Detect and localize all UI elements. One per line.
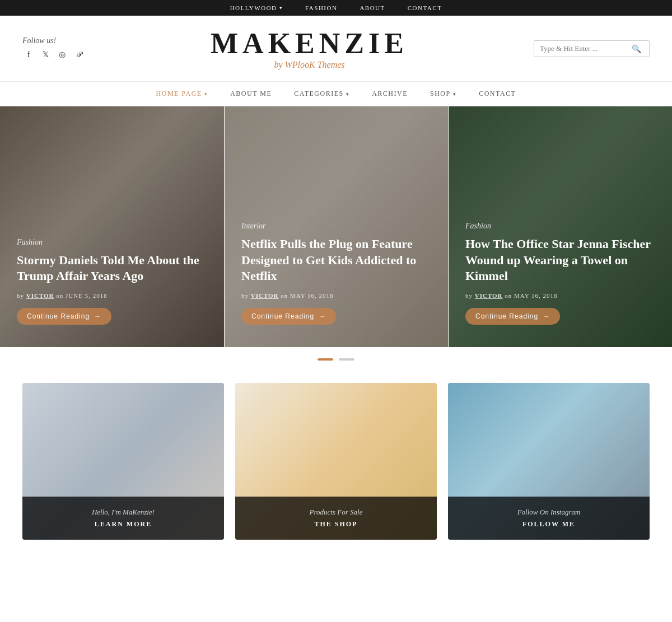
slide-2: Interior Netflix Pulls the Plug on Featu…: [224, 106, 448, 347]
slide-1-cta[interactable]: Continue Reading →: [17, 308, 111, 325]
follow-label: Follow us!: [22, 36, 85, 45]
card-1-link[interactable]: LEARN MORE: [34, 520, 213, 529]
dot-2[interactable]: [339, 358, 354, 361]
chevron-down-icon: ▾: [346, 91, 350, 97]
topbar-item-contact[interactable]: CONTACT: [408, 4, 442, 11]
slide-1-date: JUNE 5, 2018: [66, 292, 108, 299]
slide-2-category: Interior: [241, 222, 431, 231]
card-2-overlay: Products For Sale THE SHOP: [235, 497, 437, 540]
slide-2-author[interactable]: VICTOR: [251, 292, 279, 299]
slide-1-content: Fashion Stormy Daniels Told Me About the…: [17, 238, 207, 325]
card-3[interactable]: Follow On Instagram FOLLOW ME: [448, 383, 650, 540]
nav-item-aboutme[interactable]: ABOUT ME: [230, 90, 272, 98]
slide-3-category: Fashion: [465, 222, 655, 231]
social-icons: f 𝕏 ◎ 𝒫: [22, 49, 85, 61]
brand: MAKENZIE by WPlooK Themes: [85, 27, 534, 70]
slide-2-title: Netflix Pulls the Plug on Feature Design…: [241, 236, 431, 284]
slide-2-meta: by VICTOR on MAY 16, 2018: [241, 292, 431, 299]
hero-slider: Fashion Stormy Daniels Told Me About the…: [0, 106, 672, 372]
nav-item-contact[interactable]: CONTACT: [479, 90, 516, 98]
search-area: 🔍: [534, 40, 650, 57]
slide-3-date: MAY 16, 2018: [514, 292, 558, 299]
chevron-down-icon: ▾: [204, 91, 208, 97]
card-1-subtitle: Hello, I'm MaKenzie!: [34, 508, 213, 517]
nav-item-homepage[interactable]: HOME PAGE ▾: [156, 90, 208, 98]
slide-3-meta: by VICTOR on MAY 16, 2018: [465, 292, 655, 299]
slide-3-title: How The Office Star Jenna Fischer Wound …: [465, 236, 655, 284]
slide-1-meta: by VICTOR on JUNE 5, 2018: [17, 292, 207, 299]
search-input[interactable]: [540, 44, 629, 53]
slide-3-content: Fashion How The Office Star Jenna Fische…: [465, 222, 655, 325]
card-3-link[interactable]: FOLLOW ME: [459, 520, 638, 529]
slide-2-cta[interactable]: Continue Reading →: [241, 308, 336, 325]
brand-tagline: by WPlooK Themes: [85, 60, 534, 70]
slide-1-title: Stormy Daniels Told Me About the Trump A…: [17, 252, 207, 284]
slide-3: Fashion How The Office Star Jenna Fische…: [448, 106, 672, 347]
follow-section: Follow us! f 𝕏 ◎ 𝒫: [22, 36, 85, 61]
slide-2-date: MAY 16, 2018: [290, 292, 334, 299]
arrow-icon: →: [543, 312, 550, 320]
topbar-item-about[interactable]: ABOUT: [360, 4, 385, 11]
slider-dots: [0, 347, 672, 372]
card-2-link[interactable]: THE SHOP: [246, 520, 426, 529]
chevron-down-icon: ▾: [453, 91, 457, 97]
nav-item-categories[interactable]: CATEGORIES ▾: [294, 90, 349, 98]
arrow-icon: →: [319, 312, 326, 320]
slide-3-author[interactable]: VICTOR: [475, 292, 503, 299]
brand-name[interactable]: MAKENZIE: [85, 27, 534, 60]
card-2-subtitle: Products For Sale: [246, 508, 426, 517]
topbar-item-fashion[interactable]: FASHION: [305, 4, 337, 11]
slide-2-content: Interior Netflix Pulls the Plug on Featu…: [241, 222, 431, 325]
card-3-overlay: Follow On Instagram FOLLOW ME: [448, 497, 650, 540]
slide-1-category: Fashion: [17, 238, 207, 247]
facebook-icon[interactable]: f: [22, 49, 35, 61]
site-header: Follow us! f 𝕏 ◎ 𝒫 MAKENZIE by WPlooK Th…: [0, 16, 672, 81]
nav-item-archive[interactable]: ARCHIVE: [372, 90, 408, 98]
card-1-overlay: Hello, I'm MaKenzie! LEARN MORE: [22, 497, 224, 540]
topbar-item-hollywood[interactable]: HOLLYWOOD ▾: [230, 4, 283, 11]
card-2[interactable]: Products For Sale THE SHOP: [235, 383, 437, 540]
dot-1[interactable]: [318, 358, 333, 361]
chevron-down-icon: ▾: [279, 5, 283, 11]
slide-3-cta[interactable]: Continue Reading →: [465, 308, 560, 325]
card-3-subtitle: Follow On Instagram: [459, 508, 638, 517]
bottom-cards-section: Hello, I'm MaKenzie! LEARN MORE Products…: [0, 372, 672, 573]
slide-1-author[interactable]: VICTOR: [26, 292, 54, 299]
nav-item-shop[interactable]: SHOP ▾: [430, 90, 456, 98]
instagram-icon[interactable]: ◎: [56, 49, 68, 61]
search-button[interactable]: 🔍: [629, 44, 643, 53]
slide-1: Fashion Stormy Daniels Told Me About the…: [0, 106, 224, 347]
main-nav: HOME PAGE ▾ ABOUT ME CATEGORIES ▾ ARCHIV…: [0, 81, 672, 106]
card-1[interactable]: Hello, I'm MaKenzie! LEARN MORE: [22, 383, 224, 540]
top-bar: HOLLYWOOD ▾ FASHION ABOUT CONTACT: [0, 0, 672, 16]
pinterest-icon[interactable]: 𝒫: [73, 49, 85, 61]
arrow-icon: →: [94, 312, 101, 320]
twitter-icon[interactable]: 𝕏: [39, 49, 52, 61]
